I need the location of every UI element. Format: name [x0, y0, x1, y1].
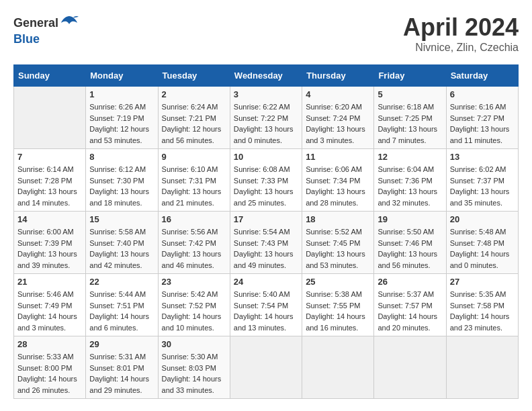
calendar-cell: 8Sunrise: 6:12 AM Sunset: 7:30 PM Daylig… [86, 149, 158, 212]
day-info: Sunrise: 5:50 AM Sunset: 7:46 PM Dayligh… [378, 226, 442, 271]
day-number: 22 [89, 277, 154, 287]
day-number: 5 [378, 89, 442, 99]
day-number: 19 [378, 214, 442, 224]
calendar-cell [302, 336, 374, 399]
calendar-cell: 29Sunrise: 5:31 AM Sunset: 8:01 PM Dayli… [86, 336, 158, 399]
day-number: 27 [450, 277, 515, 287]
calendar-cell: 3Sunrise: 6:22 AM Sunset: 7:22 PM Daylig… [230, 87, 302, 149]
day-info: Sunrise: 5:56 AM Sunset: 7:42 PM Dayligh… [162, 226, 226, 271]
calendar-cell: 11Sunrise: 6:06 AM Sunset: 7:34 PM Dayli… [302, 149, 374, 212]
week-row-4: 21Sunrise: 5:46 AM Sunset: 7:49 PM Dayli… [14, 274, 519, 336]
logo: General Blue [13, 13, 79, 46]
day-info: Sunrise: 5:35 AM Sunset: 7:58 PM Dayligh… [450, 289, 515, 333]
day-number: 6 [450, 89, 515, 99]
day-number: 23 [162, 277, 226, 287]
calendar-cell: 16Sunrise: 5:56 AM Sunset: 7:42 PM Dayli… [158, 212, 230, 274]
calendar-cell: 28Sunrise: 5:33 AM Sunset: 8:00 PM Dayli… [14, 336, 86, 399]
day-info: Sunrise: 6:16 AM Sunset: 7:27 PM Dayligh… [450, 101, 515, 146]
calendar-cell: 10Sunrise: 6:08 AM Sunset: 7:33 PM Dayli… [230, 149, 302, 212]
day-number: 24 [234, 277, 298, 287]
calendar-cell: 18Sunrise: 5:52 AM Sunset: 7:45 PM Dayli… [302, 212, 374, 274]
day-number: 18 [306, 214, 370, 224]
calendar-cell: 5Sunrise: 6:18 AM Sunset: 7:25 PM Daylig… [374, 87, 446, 149]
calendar-cell: 1Sunrise: 6:26 AM Sunset: 7:19 PM Daylig… [86, 87, 158, 149]
day-info: Sunrise: 5:46 AM Sunset: 7:49 PM Dayligh… [17, 289, 82, 333]
header: General Blue April 2024 Nivnice, Zlin, C… [13, 13, 519, 54]
day-info: Sunrise: 5:54 AM Sunset: 7:43 PM Dayligh… [234, 226, 298, 271]
calendar-cell [230, 336, 302, 399]
calendar-cell: 6Sunrise: 6:16 AM Sunset: 7:27 PM Daylig… [446, 87, 518, 149]
calendar-cell: 30Sunrise: 5:30 AM Sunset: 8:03 PM Dayli… [158, 336, 230, 399]
column-header-monday: Monday [86, 65, 158, 87]
location-title: Nivnice, Zlin, Czechia [403, 42, 519, 54]
day-number: 2 [162, 89, 226, 99]
column-header-wednesday: Wednesday [230, 65, 302, 87]
calendar-cell: 25Sunrise: 5:38 AM Sunset: 7:55 PM Dayli… [302, 274, 374, 336]
calendar-cell [14, 87, 86, 149]
day-number: 13 [450, 152, 515, 162]
day-info: Sunrise: 6:20 AM Sunset: 7:24 PM Dayligh… [306, 101, 370, 146]
calendar-cell [374, 336, 446, 399]
calendar-cell: 17Sunrise: 5:54 AM Sunset: 7:43 PM Dayli… [230, 212, 302, 274]
calendar-cell: 2Sunrise: 6:24 AM Sunset: 7:21 PM Daylig… [158, 87, 230, 149]
day-info: Sunrise: 6:12 AM Sunset: 7:30 PM Dayligh… [89, 164, 154, 208]
day-info: Sunrise: 5:42 AM Sunset: 7:52 PM Dayligh… [162, 289, 226, 333]
calendar-cell: 12Sunrise: 6:04 AM Sunset: 7:36 PM Dayli… [374, 149, 446, 212]
column-header-sunday: Sunday [14, 65, 86, 87]
day-number: 11 [306, 152, 370, 162]
calendar-cell: 23Sunrise: 5:42 AM Sunset: 7:52 PM Dayli… [158, 274, 230, 336]
day-number: 17 [234, 214, 298, 224]
day-info: Sunrise: 5:44 AM Sunset: 7:51 PM Dayligh… [89, 289, 154, 333]
day-number: 25 [306, 277, 370, 287]
column-header-saturday: Saturday [446, 65, 518, 87]
day-number: 16 [162, 214, 226, 224]
column-header-friday: Friday [374, 65, 446, 87]
week-row-3: 14Sunrise: 6:00 AM Sunset: 7:39 PM Dayli… [14, 212, 519, 274]
day-number: 3 [234, 89, 298, 99]
day-number: 4 [306, 89, 370, 99]
week-row-1: 1Sunrise: 6:26 AM Sunset: 7:19 PM Daylig… [14, 87, 519, 149]
day-info: Sunrise: 5:33 AM Sunset: 8:00 PM Dayligh… [17, 351, 82, 396]
day-number: 8 [89, 152, 154, 162]
calendar-table: SundayMondayTuesdayWednesdayThursdayFrid… [13, 64, 519, 399]
title-area: April 2024 Nivnice, Zlin, Czechia [403, 13, 519, 54]
day-number: 12 [378, 152, 442, 162]
calendar-cell [446, 336, 518, 399]
calendar-cell: 22Sunrise: 5:44 AM Sunset: 7:51 PM Dayli… [86, 274, 158, 336]
day-info: Sunrise: 6:26 AM Sunset: 7:19 PM Dayligh… [89, 101, 154, 146]
calendar-cell: 7Sunrise: 6:14 AM Sunset: 7:28 PM Daylig… [14, 149, 86, 212]
day-number: 29 [89, 339, 154, 349]
calendar-cell: 15Sunrise: 5:58 AM Sunset: 7:40 PM Dayli… [86, 212, 158, 274]
day-number: 26 [378, 277, 442, 287]
calendar-cell: 20Sunrise: 5:48 AM Sunset: 7:48 PM Dayli… [446, 212, 518, 274]
calendar-cell: 19Sunrise: 5:50 AM Sunset: 7:46 PM Dayli… [374, 212, 446, 274]
day-number: 20 [450, 214, 515, 224]
month-title: April 2024 [403, 13, 519, 42]
calendar-cell: 26Sunrise: 5:37 AM Sunset: 7:57 PM Dayli… [374, 274, 446, 336]
calendar-cell: 4Sunrise: 6:20 AM Sunset: 7:24 PM Daylig… [302, 87, 374, 149]
column-header-thursday: Thursday [302, 65, 374, 87]
logo-general-text: General [13, 16, 58, 30]
week-row-5: 28Sunrise: 5:33 AM Sunset: 8:00 PM Dayli… [14, 336, 519, 399]
day-number: 1 [89, 89, 154, 99]
day-number: 28 [17, 339, 82, 349]
header-row: SundayMondayTuesdayWednesdayThursdayFrid… [14, 65, 519, 87]
calendar-cell: 21Sunrise: 5:46 AM Sunset: 7:49 PM Dayli… [14, 274, 86, 336]
day-number: 21 [17, 277, 82, 287]
calendar-cell: 27Sunrise: 5:35 AM Sunset: 7:58 PM Dayli… [446, 274, 518, 336]
day-info: Sunrise: 5:38 AM Sunset: 7:55 PM Dayligh… [306, 289, 370, 333]
day-info: Sunrise: 6:10 AM Sunset: 7:31 PM Dayligh… [162, 164, 226, 208]
calendar-cell: 14Sunrise: 6:00 AM Sunset: 7:39 PM Dayli… [14, 212, 86, 274]
day-info: Sunrise: 6:00 AM Sunset: 7:39 PM Dayligh… [17, 226, 82, 271]
column-header-tuesday: Tuesday [158, 65, 230, 87]
day-info: Sunrise: 5:31 AM Sunset: 8:01 PM Dayligh… [89, 351, 154, 396]
day-info: Sunrise: 5:30 AM Sunset: 8:03 PM Dayligh… [162, 351, 226, 396]
day-number: 14 [17, 214, 82, 224]
day-info: Sunrise: 5:48 AM Sunset: 7:48 PM Dayligh… [450, 226, 515, 271]
day-info: Sunrise: 5:40 AM Sunset: 7:54 PM Dayligh… [234, 289, 298, 333]
logo-blue-text: Blue [13, 32, 40, 46]
day-number: 10 [234, 152, 298, 162]
day-number: 7 [17, 152, 82, 162]
day-info: Sunrise: 5:58 AM Sunset: 7:40 PM Dayligh… [89, 226, 154, 271]
day-info: Sunrise: 6:14 AM Sunset: 7:28 PM Dayligh… [17, 164, 82, 208]
